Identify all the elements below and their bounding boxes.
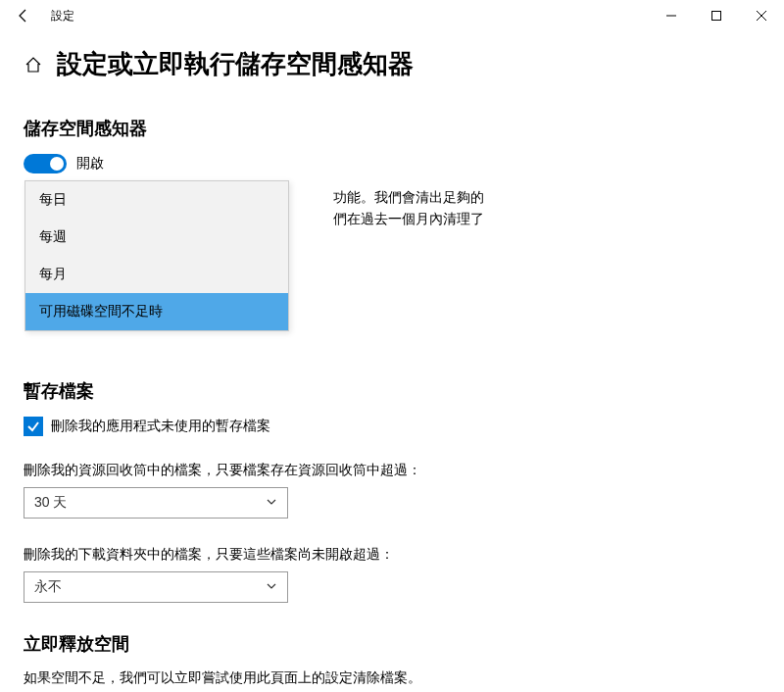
storage-sense-toggle-label: 開啟 <box>76 155 104 173</box>
maximize-button[interactable] <box>694 0 739 31</box>
temp-files-heading: 暫存檔案 <box>24 379 760 403</box>
page-header: 設定或立即執行儲存空間感知器 <box>24 47 760 81</box>
delete-temp-files-row: 刪除我的應用程式未使用的暫存檔案 <box>24 417 760 436</box>
downloads-combo[interactable]: 永不 <box>24 571 288 603</box>
storage-sense-toggle-row: 開啟 <box>24 154 760 173</box>
chevron-down-icon <box>266 579 277 595</box>
close-button[interactable] <box>739 0 784 31</box>
storage-sense-heading: 儲存空間感知器 <box>24 117 760 140</box>
back-button[interactable] <box>8 0 39 31</box>
dropdown-item-low-disk[interactable]: 可用磁碟空間不足時 <box>25 293 288 330</box>
page-title: 設定或立即執行儲存空間感知器 <box>57 47 414 81</box>
free-now-heading: 立即釋放空間 <box>24 632 760 656</box>
run-frequency-dropdown[interactable]: 每日 每週 每月 可用磁碟空間不足時 <box>24 180 289 331</box>
chevron-down-icon <box>266 495 277 511</box>
home-icon[interactable] <box>24 55 43 74</box>
free-now-description: 如果空間不足，我們可以立即嘗試使用此頁面上的設定清除檔案。 <box>24 669 760 687</box>
recycle-bin-label: 刪除我的資源回收筒中的檔案，只要檔案存在資源回收筒中超過： <box>24 462 760 479</box>
downloads-value: 永不 <box>34 578 62 596</box>
minimize-button[interactable] <box>649 0 694 31</box>
dropdown-item-monthly[interactable]: 每月 <box>25 256 288 293</box>
downloads-label: 刪除我的下載資料夾中的檔案，只要這些檔案尚未開啟超過： <box>24 546 760 564</box>
svg-rect-1 <box>712 12 721 21</box>
delete-temp-files-label: 刪除我的應用程式未使用的暫存檔案 <box>51 418 270 435</box>
titlebar: 設定 <box>0 0 784 31</box>
dropdown-item-weekly[interactable]: 每週 <box>25 219 288 256</box>
recycle-bin-value: 30 天 <box>34 494 67 512</box>
dropdown-item-daily[interactable]: 每日 <box>25 181 288 219</box>
toggle-knob <box>50 157 64 171</box>
delete-temp-files-checkbox[interactable] <box>24 417 43 436</box>
window-controls <box>649 0 784 31</box>
recycle-bin-combo[interactable]: 30 天 <box>24 487 288 519</box>
storage-sense-toggle[interactable] <box>24 154 67 173</box>
window-title: 設定 <box>51 8 74 25</box>
